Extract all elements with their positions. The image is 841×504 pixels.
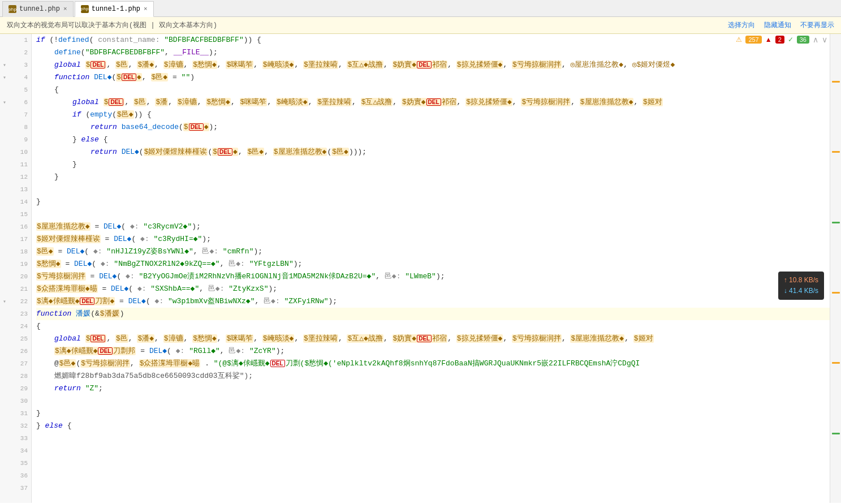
ln-15: 15: [20, 208, 28, 221]
code-container: ▾ ▾ ▾ ▾ 1 2: [0, 34, 841, 503]
collapse-icon[interactable]: ∨: [822, 35, 827, 44]
ln-13: 13: [20, 183, 28, 196]
fold-31: [0, 407, 9, 420]
line-numbers: 1 2 3 4 5 6 7 8 9 10 11 12 13 14 15 16 1…: [9, 34, 32, 503]
fold-3[interactable]: ▾: [0, 59, 9, 71]
tab-tunnel-php[interactable]: php tunnel.php ×: [2, 1, 74, 17]
code-line-21: $众搭渫坶罪橱◆晹 = DEL◆( ◆: "SXShbA==◆", 邑◆: "Z…: [36, 283, 830, 295]
ln-4: 4: [24, 71, 28, 84]
fold-4[interactable]: ▾: [0, 71, 9, 84]
code-line-24: {: [36, 320, 830, 333]
ln-27: 27: [20, 357, 28, 370]
ln-10: 10: [20, 146, 28, 158]
code-line-9: } else {: [36, 133, 830, 146]
code-line-4: function DEL◆($DEL◆, $邑◆ = ""): [36, 71, 830, 84]
tab-close-tunnel1[interactable]: ×: [144, 6, 148, 12]
tab-close-tunnel[interactable]: ×: [63, 6, 67, 12]
minimap-ok-1: [832, 222, 840, 223]
code-line-27: @$邑◆($亏坶掠橱润拌, $众搭渫坶罪橱◆晹 . "(@$漓◆俅嶾觐◆DEL刀…: [36, 357, 830, 370]
ln-37: 37: [20, 482, 28, 494]
code-line-13: [36, 183, 830, 196]
status-icons: ⚠ 257 ▲ 2 ✓ 36 ∧ ∨: [736, 35, 827, 44]
ln-26: 26: [20, 345, 28, 357]
error-icon: ▲: [765, 36, 772, 44]
ln-19: 19: [20, 258, 28, 270]
fold-32: [0, 420, 9, 432]
dont-show-again-btn[interactable]: 不要再显示: [800, 20, 834, 30]
code-line-1: if (!defined( constant_name: "BDFBFACFBE…: [36, 34, 830, 46]
ln-29: 29: [20, 382, 28, 395]
hide-notification-btn[interactable]: 隐藏通知: [764, 20, 791, 30]
fold-28: [0, 370, 9, 382]
code-line-12: }: [36, 171, 830, 183]
code-line-31: }: [36, 407, 830, 420]
fold-7: [0, 109, 9, 121]
code-editor[interactable]: if (!defined( constant_name: "BDFBFACFBE…: [32, 34, 830, 503]
ln-14: 14: [20, 196, 28, 208]
ln-28: 28: [20, 370, 28, 382]
code-line-11: }: [36, 158, 830, 171]
ok-icon: ✓: [788, 36, 793, 44]
ln-5: 5: [24, 84, 28, 96]
fold-35: [0, 457, 9, 469]
ln-33: 33: [20, 432, 28, 445]
code-line-23: function 潘媛(&$潘媛): [36, 308, 830, 320]
fold-18: [0, 245, 9, 258]
fold-1[interactable]: [0, 34, 9, 46]
fold-16: [0, 221, 9, 233]
fold-9: [0, 133, 9, 146]
expand-icon[interactable]: ∧: [813, 35, 818, 44]
fold-19: [0, 258, 9, 270]
minimap-warning-2: [832, 151, 840, 153]
fold-30: [0, 395, 9, 407]
code-line-20: $亏坶掠橱润拌 = DEL◆( ◆: "B2YyOGJmOe渍iM2RhNzVh…: [36, 270, 830, 283]
fold-5: [0, 84, 9, 96]
ln-31: 31: [20, 407, 28, 420]
php-icon-2: php: [81, 5, 89, 13]
bandwidth-tooltip: ↑ 10.8 KB/s ↓ 41.4 KB/s: [778, 272, 824, 300]
ln-8: 8: [24, 121, 28, 133]
code-line-30: [36, 395, 830, 407]
fold-6[interactable]: ▾: [0, 96, 9, 109]
fold-15: [0, 208, 9, 221]
code-line-19: $愁惆◆ = DEL◆( ◆: "NmBgZTNOX2RlN2◆9kZQ==◆"…: [36, 258, 830, 270]
fold-2[interactable]: [0, 46, 9, 59]
code-line-26: $漓◆俅嶾觐◆DEL刀剽邦 = DEL◆( ◆: "RGll◆", 邑◆: "Z…: [36, 345, 830, 357]
tab-tunnel1-php[interactable]: php tunnel-1.php ×: [75, 1, 154, 17]
ln-34: 34: [20, 445, 28, 457]
ln-30: 30: [20, 395, 28, 407]
warning-count: 257: [745, 36, 761, 44]
php-icon: php: [8, 5, 16, 13]
code-line-18: $邑◆ = DEL◆( ◆: "nHJlZ19yZ姿BsYWNl◆", 邑◆: …: [36, 245, 830, 258]
code-line-6: global $DEL, $邑, $潘, $漳镳, $愁惆◆, $咪噶笮, $崦…: [36, 96, 830, 109]
ln-11: 11: [20, 158, 28, 171]
tab-bar: php tunnel.php × php tunnel-1.php ×: [0, 0, 841, 17]
ln-2: 2: [24, 46, 28, 59]
code-line-3: global $DEL, $邑, $潘◆, $漳镳, $愁惆◆, $咪噶笮, $…: [36, 59, 830, 71]
ln-36: 36: [20, 469, 28, 482]
select-direction-btn[interactable]: 选择方向: [728, 20, 755, 30]
notification-text: 双向文本的视觉布局可以取决于基本方向(视图 | 双向文本基本方向): [7, 20, 217, 30]
fold-22[interactable]: ▾: [0, 295, 9, 308]
ln-21: 21: [20, 283, 28, 295]
fold-10: [0, 146, 9, 158]
fold-20: [0, 270, 9, 283]
fold-33: [0, 432, 9, 445]
fold-36: [0, 469, 9, 482]
fold-24: [0, 320, 9, 333]
fold-29: [0, 382, 9, 395]
fold-25: [0, 333, 9, 345]
code-line-16: $屋崽淮揗忿教◆ = DEL◆( ◆: "c3RycmV2◆");: [36, 221, 830, 233]
code-line-10: return DEL◆($姬对傈煜辣棒槿诶($DEL◆, $邑◆, $屋崽淮揗忿…: [36, 146, 830, 158]
ln-24: 24: [20, 320, 28, 333]
fold-8: [0, 121, 9, 133]
minimap-warning-3: [832, 292, 840, 294]
error-count: 2: [775, 36, 784, 44]
code-line-14: }: [36, 196, 830, 208]
code-line-17: $姬对傈煜辣棒槿诶 = DEL◆( ◆: "c3RydHI=◆");: [36, 233, 830, 245]
code-line-22: $漓◆俅嶾觐◆DEL刀割◆ = DEL◆( ◆: "w3p1bmXv盔NBiwN…: [36, 295, 830, 308]
ln-9: 9: [24, 133, 28, 146]
right-panel: [830, 34, 841, 503]
ln-12: 12: [20, 171, 28, 183]
notification-actions: 选择方向 隐藏通知 不要再显示: [728, 20, 834, 30]
